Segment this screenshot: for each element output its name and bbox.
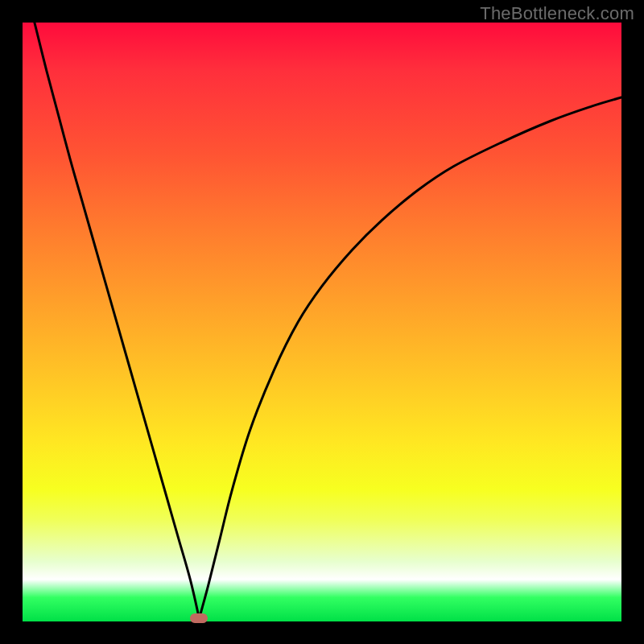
chart-frame: TheBottleneck.com [0,0,644,644]
curve-left-branch [35,23,200,618]
minimum-marker [190,613,208,623]
watermark-text: TheBottleneck.com [480,3,634,24]
curve-right-branch [199,97,621,618]
plot-area [23,23,621,621]
curve-svg [23,23,621,621]
